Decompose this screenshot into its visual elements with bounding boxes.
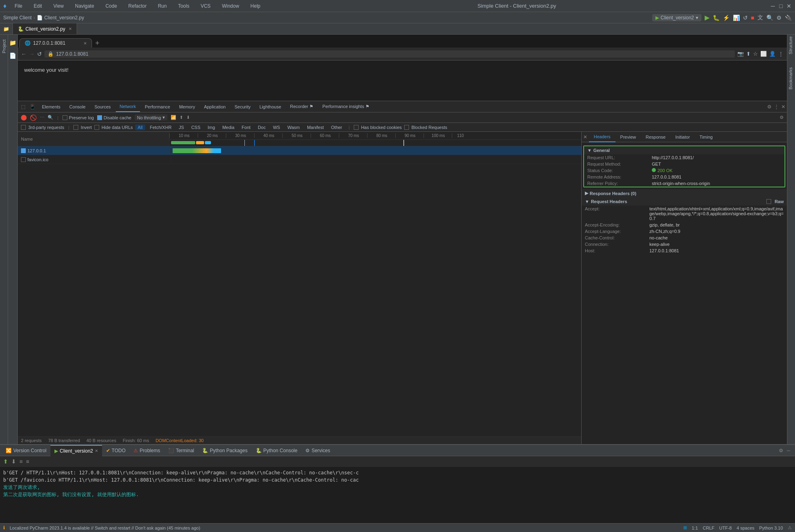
language[interactable]: Python 3.10 — [759, 526, 783, 530]
filter-media[interactable]: Media — [220, 125, 237, 130]
plugins-icon[interactable]: 🔌 — [785, 15, 792, 21]
hide-data-urls-checkbox[interactable] — [94, 125, 99, 130]
screenshot-icon[interactable]: 📷 — [737, 51, 744, 57]
project-icon[interactable]: 📁 — [3, 26, 9, 32]
breadcrumb-project[interactable]: Simple Client — [3, 15, 32, 21]
search-button[interactable]: 🔍 — [766, 15, 773, 21]
bottom-tab-services[interactable]: ⚙ Services — [301, 445, 334, 456]
response-headers-header[interactable]: ▶ Response Headers (0) — [582, 189, 787, 197]
encoding[interactable]: UTF-8 — [719, 526, 732, 530]
menu-code[interactable]: Code — [102, 1, 120, 11]
filter-img[interactable]: Img — [205, 125, 217, 130]
blocked-requests-label[interactable]: Blocked Requests — [411, 125, 447, 130]
profile-avatar-icon[interactable]: 👤 — [769, 51, 776, 57]
bottom-tab-problems[interactable]: ⚠ Problems — [129, 445, 164, 456]
bottom-tab-python-packages[interactable]: 🐍 Python Packages — [198, 445, 251, 456]
network-settings-icon[interactable]: ⚙ — [780, 115, 784, 120]
menu-navigate[interactable]: Navigate — [72, 1, 97, 11]
req-tab-timing[interactable]: Timing — [695, 132, 718, 142]
bottom-tab-version-control[interactable]: 🔀 Version Control — [2, 445, 50, 456]
preserve-log-checkbox[interactable] — [63, 115, 67, 120]
preserve-log-label[interactable]: Preserve log — [63, 115, 94, 120]
debug-button[interactable]: 🐛 — [713, 15, 720, 21]
menu-help[interactable]: Help — [247, 1, 264, 11]
filter-ws[interactable]: WS — [271, 125, 283, 130]
menu-file[interactable]: File — [11, 1, 25, 11]
third-party-label[interactable]: 3rd-party requests — [28, 125, 64, 130]
filter-icon[interactable]: ⋯ — [40, 115, 44, 120]
project-label[interactable]: Project — [1, 38, 7, 55]
third-party-checkbox[interactable] — [21, 125, 26, 130]
tab-memory[interactable]: Memory — [175, 102, 199, 112]
run-scroll-icon[interactable]: ≡ — [26, 458, 29, 465]
run-config-selector[interactable]: ▶ Client_version2 ▾ — [652, 14, 701, 21]
filter-doc[interactable]: Doc — [255, 125, 268, 130]
filter-wasm[interactable]: Wasm — [285, 125, 302, 130]
back-button[interactable]: ← — [21, 51, 27, 57]
tab-console[interactable]: Console — [65, 102, 90, 112]
profile-button[interactable]: 📊 — [733, 15, 740, 21]
devtools-picker-icon[interactable]: ⬚ — [19, 104, 27, 110]
network-row-2[interactable]: favicon.ico — [18, 155, 581, 164]
reload-button[interactable]: ↺ — [743, 15, 748, 21]
split-screen-icon[interactable]: ⬜ — [760, 51, 767, 57]
raw-checkbox[interactable] — [766, 199, 771, 204]
bottom-settings-icon[interactable]: ⚙ — [779, 448, 783, 453]
bookmark-icon[interactable]: ☆ — [753, 51, 758, 57]
warning-icon[interactable]: ⚠ — [788, 525, 792, 530]
run-tab-close-icon[interactable]: ✕ — [95, 449, 98, 453]
run-button[interactable]: ▶ — [705, 14, 709, 21]
invert-checkbox[interactable] — [73, 125, 78, 130]
blocked-requests-checkbox[interactable] — [404, 125, 409, 130]
blocked-cookies-label[interactable]: Has blocked cookies — [361, 125, 402, 130]
file-tab-close-icon[interactable]: ✕ — [69, 27, 72, 31]
blocked-cookies-checkbox[interactable] — [354, 125, 359, 130]
devtools-more-icon[interactable]: ⋮ — [774, 104, 779, 110]
bottom-tab-python-console[interactable]: 🐍 Python Console — [252, 445, 302, 456]
menu-run[interactable]: Run — [154, 1, 170, 11]
browser-menu-icon[interactable]: ⋮ — [778, 51, 784, 57]
run-clear-icon[interactable]: ≡ — [19, 458, 23, 465]
file-icon[interactable]: 📄 — [8, 51, 18, 60]
tab-performance[interactable]: Performance — [141, 102, 174, 112]
tab-network[interactable]: Network — [116, 102, 140, 112]
filter-js[interactable]: JS — [176, 125, 186, 130]
search-network-icon[interactable]: 🔍 — [48, 115, 53, 120]
notification-text[interactable]: Localized PyCharm 2023.1.4 is available … — [10, 526, 200, 530]
req-tab-initiator[interactable]: Initiator — [670, 132, 695, 142]
menu-view[interactable]: View — [50, 1, 67, 11]
filter-manifest[interactable]: Manifest — [305, 125, 326, 130]
menu-edit[interactable]: Edit — [31, 1, 46, 11]
devtools-settings-icon[interactable]: ⚙ — [767, 104, 772, 110]
file-tab-client-version2[interactable]: 🐍 Client_version2.py ✕ — [13, 23, 77, 35]
hide-data-urls-label[interactable]: Hide data URLs — [102, 125, 133, 130]
browser-tab-close-icon[interactable]: ✕ — [83, 41, 87, 46]
browser-tab[interactable]: 🌐 127.0.0.1:8081 ✕ — [19, 38, 92, 48]
menu-refactor[interactable]: Refactor — [125, 1, 150, 11]
forward-button[interactable]: → — [29, 51, 35, 57]
url-bar[interactable]: 🔒 127.0.0.1:8081 — [44, 50, 735, 58]
tab-sources[interactable]: Sources — [90, 102, 115, 112]
filter-css[interactable]: CSS — [189, 125, 203, 130]
upload-icon[interactable]: ⬆ — [179, 115, 183, 120]
new-tab-button[interactable]: + — [92, 39, 103, 48]
disable-cache-label[interactable]: Disable cache — [97, 115, 131, 120]
general-section-header[interactable]: ▼ General — [584, 146, 785, 154]
req-tab-response[interactable]: Response — [641, 132, 671, 142]
req-tab-preview[interactable]: Preview — [616, 132, 641, 142]
close-panel-icon[interactable]: ✕ — [582, 134, 589, 140]
req-tab-headers[interactable]: Headers — [589, 132, 616, 142]
bottom-tab-terminal[interactable]: ⬛ Terminal — [164, 445, 198, 456]
run-restart-icon[interactable]: ⬆ — [3, 458, 8, 465]
menu-vcs[interactable]: VCS — [197, 1, 214, 11]
indent[interactable]: 4 spaces — [737, 526, 754, 530]
record-button[interactable] — [21, 115, 27, 121]
wifi-icon[interactable]: 📶 — [171, 115, 176, 120]
settings-icon[interactable]: ⚙ — [776, 15, 782, 21]
refresh-button[interactable]: ↺ — [37, 51, 42, 57]
close-button[interactable]: ✕ — [786, 3, 792, 9]
line-col[interactable]: 1:1 — [692, 526, 698, 530]
download-icon[interactable]: ⬇ — [186, 115, 190, 120]
invert-label[interactable]: Invert — [81, 125, 92, 130]
throttle-selector[interactable]: No throttling ▾ — [135, 114, 167, 121]
